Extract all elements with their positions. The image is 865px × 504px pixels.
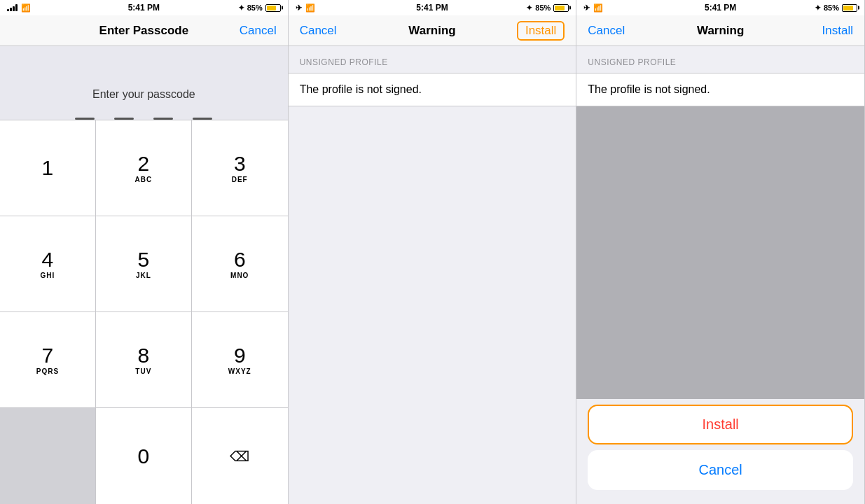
key-delete[interactable]: ⌫ (192, 408, 288, 504)
status-time-2: 5:41 PM (416, 3, 448, 13)
status-left-2: ✈ 📶 (296, 4, 315, 13)
profile-text-2: The profile is not signed. (576, 73, 864, 106)
airplane-icon-3: ✈ (583, 4, 590, 13)
cancel-button-warning1[interactable]: Cancel (300, 21, 337, 41)
wifi-icon-2: 📶 (305, 4, 315, 13)
status-right-3: ✦ 85% (815, 4, 857, 13)
cancel-action-button[interactable]: Cancel (588, 450, 853, 490)
key-4[interactable]: 4 GHI (0, 216, 96, 312)
profile-text-1: The profile is not signed. (289, 73, 576, 106)
key-6[interactable]: 6 MNO (192, 216, 288, 312)
warning-nav-2: Cancel Warning Install (576, 15, 864, 46)
key-7[interactable]: 7 PQRS (0, 312, 96, 408)
wifi-icon-3: 📶 (593, 4, 603, 13)
cancel-button-passcode[interactable]: Cancel (240, 21, 277, 41)
airplane-icon-2: ✈ (296, 4, 302, 13)
install-button-warning2[interactable]: Install (822, 21, 853, 41)
wifi-icon: 📶 (21, 4, 31, 13)
status-left-3: ✈ 📶 (583, 4, 603, 13)
battery-icon-2 (553, 4, 569, 12)
cancel-button-warning2[interactable]: Cancel (588, 21, 625, 41)
install-button-warning1[interactable]: Install (517, 21, 565, 41)
key-2[interactable]: 2 ABC (96, 120, 192, 216)
action-sheet: Install Cancel (576, 399, 864, 504)
warning-panel-2: ✈ 📶 5:41 PM ✦ 85% Cancel Warning Install… (576, 0, 865, 504)
status-right-2: ✦ 85% (526, 4, 569, 13)
key-5[interactable]: 5 JKL (96, 216, 192, 312)
warning-panel-1: ✈ 📶 5:41 PM ✦ 85% Cancel Warning Install… (289, 0, 577, 504)
warning-body-2: UNSIGNED PROFILE The profile is not sign… (576, 46, 864, 106)
signal-icon (7, 4, 18, 11)
warning-nav-1: Cancel Warning Install (289, 15, 576, 46)
key-3[interactable]: 3 DEF (192, 120, 288, 216)
keypad: 1 2 ABC 3 DEF 4 GHI 5 JKL 6 MNO (0, 120, 288, 504)
battery-icon-3 (842, 4, 857, 12)
status-bar-2: ✈ 📶 5:41 PM ✦ 85% (289, 0, 576, 15)
passcode-nav: Enter Passcode Cancel (0, 15, 288, 46)
battery-pct-2: 85% (535, 4, 551, 12)
install-action-button[interactable]: Install (588, 405, 853, 444)
status-time-1: 5:41 PM (128, 3, 160, 13)
warning-body-1: UNSIGNED PROFILE The profile is not sign… (289, 46, 576, 504)
battery-pct-1: 85% (247, 4, 263, 12)
status-left-1: 📶 (7, 4, 31, 13)
passcode-prompt: Enter your passcode (92, 88, 195, 101)
bluetooth-icon-2: ✦ (526, 4, 532, 13)
section-label-1: UNSIGNED PROFILE (289, 46, 576, 73)
delete-icon: ⌫ (230, 448, 249, 465)
warning-overlay (576, 106, 864, 399)
key-9[interactable]: 9 WXYZ (192, 312, 288, 408)
battery-pct-3: 85% (824, 4, 839, 12)
status-bar-1: 📶 5:41 PM ✦ 85% (0, 0, 288, 15)
key-1[interactable]: 1 (0, 120, 96, 216)
passcode-body: Enter your passcode 1 2 ABC 3 DEF 4 GHI (0, 46, 288, 504)
nav-title-passcode: Enter Passcode (99, 24, 189, 38)
section-label-2: UNSIGNED PROFILE (576, 46, 864, 73)
nav-title-warning2: Warning (697, 24, 744, 38)
status-bar-3: ✈ 📶 5:41 PM ✦ 85% (576, 0, 864, 15)
key-0[interactable]: 0 (96, 408, 192, 504)
key-8[interactable]: 8 TUV (96, 312, 192, 408)
battery-icon-1 (265, 4, 281, 12)
passcode-panel: 📶 5:41 PM ✦ 85% Enter Passcode Cancel En… (0, 0, 289, 504)
bluetooth-icon-3: ✦ (815, 4, 821, 13)
status-right-1: ✦ 85% (238, 4, 281, 13)
nav-title-warning1: Warning (408, 24, 455, 38)
bluetooth-icon-1: ✦ (238, 4, 244, 13)
key-empty (0, 408, 96, 504)
status-time-3: 5:41 PM (705, 3, 736, 13)
